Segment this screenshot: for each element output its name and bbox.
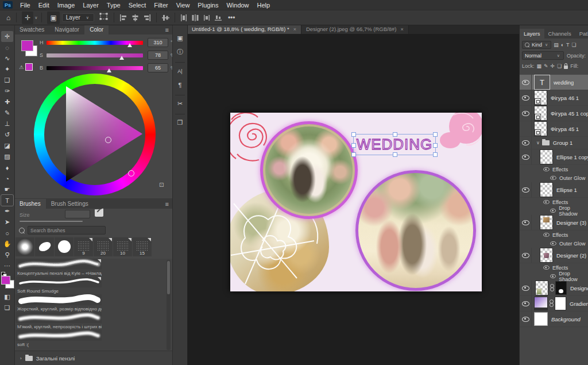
lock-artboard-icon[interactable]: ❏ bbox=[557, 63, 562, 69]
layer-row-figura-45-1-copy[interactable]: Фігура 45 1 copy bbox=[520, 106, 588, 121]
crop-tool[interactable]: ❑ bbox=[1, 75, 13, 86]
info-icon[interactable]: ⓘ bbox=[174, 46, 186, 58]
image-layer-thumbnail[interactable] bbox=[540, 248, 553, 263]
align-center-h-icon[interactable] bbox=[131, 14, 139, 21]
layer-mask-thumbnail[interactable] bbox=[555, 281, 567, 295]
visibility-toggle[interactable] bbox=[520, 312, 532, 326]
menu-filter[interactable]: Filter bbox=[150, 1, 172, 9]
brush-preset-soft-round[interactable] bbox=[16, 237, 34, 256]
menu-view[interactable]: View bbox=[172, 1, 194, 9]
visibility-toggle[interactable] bbox=[520, 248, 532, 263]
hue-ring-marker[interactable] bbox=[128, 170, 134, 176]
menu-edit[interactable]: Edit bbox=[34, 1, 53, 9]
lock-all-icon[interactable] bbox=[564, 66, 568, 69]
effects-row[interactable]: Effects bbox=[520, 165, 588, 174]
distribute-bottom-icon[interactable] bbox=[215, 14, 222, 21]
align-left-icon[interactable] bbox=[119, 14, 127, 21]
background-layer-thumbnail[interactable] bbox=[534, 312, 548, 326]
marquee-tool[interactable]: ◌ bbox=[1, 42, 13, 53]
list-item[interactable]: Жорсткий, круглий, розмір відповідно до … bbox=[16, 294, 102, 312]
blend-mode-dropdown[interactable]: Normal ∨ bbox=[522, 51, 564, 60]
eye-icon[interactable] bbox=[543, 266, 549, 270]
blur-tool[interactable]: ♦ bbox=[1, 162, 13, 173]
clone-stamp-tool[interactable]: ⊥ bbox=[1, 118, 13, 129]
screen-mode-button[interactable]: ❏ bbox=[1, 302, 13, 313]
effect-item-row[interactable]: Outer Glow bbox=[520, 174, 588, 182]
saturation-slider-thumb[interactable] bbox=[119, 56, 124, 60]
gamut-warning[interactable]: ⚠ bbox=[19, 63, 33, 71]
transform-handle[interactable] bbox=[433, 152, 438, 157]
shape-layer-thumbnail[interactable] bbox=[534, 106, 547, 121]
effect-item-row[interactable]: Drop Shadow bbox=[520, 206, 588, 215]
magic-wand-tool[interactable]: ✦ bbox=[1, 64, 13, 75]
shape-layer-thumbnail[interactable] bbox=[540, 149, 553, 164]
tab-navigator[interactable]: Navigator bbox=[49, 25, 84, 34]
quick-mask-button[interactable]: ◧ bbox=[1, 291, 13, 302]
layer-mask-thumbnail[interactable] bbox=[555, 297, 566, 310]
lock-position-icon[interactable]: ✛ bbox=[551, 63, 555, 69]
shape-layer-thumbnail[interactable] bbox=[534, 121, 547, 136]
visibility-toggle[interactable] bbox=[520, 215, 532, 230]
scissors-icon[interactable]: ✂ bbox=[174, 98, 186, 110]
layer-row-figura-46-1[interactable]: Фігура 46 1 bbox=[520, 90, 588, 106]
align-center-v-icon[interactable] bbox=[162, 14, 169, 21]
layer-row-gradient-fill-1[interactable]: Gradient Fill 1 bbox=[520, 296, 588, 312]
menu-select[interactable]: Select bbox=[125, 1, 150, 9]
hue-slider-thumb[interactable] bbox=[127, 43, 132, 47]
tab-brush-settings[interactable]: Brush Settings bbox=[46, 199, 94, 209]
shape-layer-thumbnail[interactable] bbox=[540, 182, 553, 197]
eye-icon[interactable] bbox=[550, 176, 556, 180]
shape-tool[interactable]: ○ bbox=[1, 228, 13, 239]
menu-layer[interactable]: Layer bbox=[79, 1, 103, 9]
auto-select-dropdown[interactable]: Layer ∨ bbox=[62, 13, 94, 22]
triangle-marker[interactable] bbox=[105, 137, 111, 143]
brightness-value[interactable]: 65 bbox=[148, 63, 168, 72]
eye-icon[interactable] bbox=[543, 200, 549, 204]
brush-size-value[interactable] bbox=[65, 210, 90, 218]
menu-file[interactable]: File bbox=[16, 1, 34, 9]
visibility-toggle[interactable] bbox=[520, 137, 532, 149]
edit-toolbar-button[interactable]: ⋯ bbox=[1, 260, 13, 271]
document-canvas[interactable]: WEDDING bbox=[230, 113, 482, 291]
tab-channels[interactable]: Channels bbox=[544, 29, 575, 39]
transform-handle[interactable] bbox=[351, 152, 356, 157]
transform-handle[interactable] bbox=[351, 132, 356, 137]
brush-preset-ellipse[interactable] bbox=[35, 237, 54, 256]
list-item[interactable]: Концептуальні пензлі від Kyle – «Наклада… bbox=[16, 259, 102, 276]
brush-folder-row[interactable]: › Загальні пензлі bbox=[14, 351, 172, 365]
move-tool-icon[interactable]: ✛ bbox=[22, 11, 33, 24]
close-icon[interactable]: × bbox=[400, 26, 403, 32]
tab-paths[interactable]: Paths bbox=[575, 29, 588, 39]
paragraph-panel-icon[interactable]: ¶ bbox=[174, 79, 186, 91]
hue-value[interactable]: 310 bbox=[148, 38, 168, 47]
transform-handle[interactable] bbox=[433, 143, 438, 148]
gradient-tool[interactable]: ▨ bbox=[1, 151, 13, 162]
image-layer-thumbnail[interactable] bbox=[540, 215, 553, 230]
effect-item-row[interactable]: Drop Shadow bbox=[520, 272, 588, 281]
close-icon[interactable]: × bbox=[293, 26, 296, 32]
brush-preset-round[interactable] bbox=[55, 237, 74, 256]
layer-row-figura-45-1[interactable]: Фігура 45 1 bbox=[520, 121, 588, 137]
brush-preset-10[interactable]: 10 bbox=[113, 237, 132, 256]
layer-row-designer-1[interactable]: Designer (1) bbox=[520, 281, 588, 296]
visibility-toggle[interactable] bbox=[520, 182, 532, 197]
menu-plugins[interactable]: Plugins bbox=[194, 1, 222, 9]
saturation-slider[interactable] bbox=[47, 53, 143, 57]
lock-pixels-icon[interactable]: ✎ bbox=[544, 63, 548, 69]
tab-color[interactable]: Color bbox=[84, 25, 109, 34]
chevron-down-icon[interactable]: ∨ bbox=[33, 16, 38, 20]
tab-brushes[interactable]: Brushes bbox=[14, 199, 46, 209]
brush-tool[interactable]: ✎ bbox=[1, 107, 13, 118]
color-swatches[interactable] bbox=[1, 274, 14, 288]
visibility-toggle[interactable] bbox=[520, 75, 532, 90]
visibility-toggle[interactable] bbox=[520, 296, 532, 311]
text-layer-thumbnail[interactable]: T bbox=[534, 75, 550, 90]
distribute-center-h-icon[interactable] bbox=[192, 14, 199, 21]
pasteboard[interactable]: WEDDING bbox=[187, 34, 520, 365]
scrollbar-thumb[interactable] bbox=[167, 261, 170, 294]
visibility-toggle[interactable] bbox=[520, 149, 532, 164]
transform-handle[interactable] bbox=[351, 143, 356, 148]
chevron-right-icon[interactable]: › bbox=[20, 356, 22, 361]
menu-help[interactable]: Help bbox=[253, 1, 274, 9]
layer-row-group-1[interactable]: ∨ Group 1 bbox=[520, 137, 588, 149]
